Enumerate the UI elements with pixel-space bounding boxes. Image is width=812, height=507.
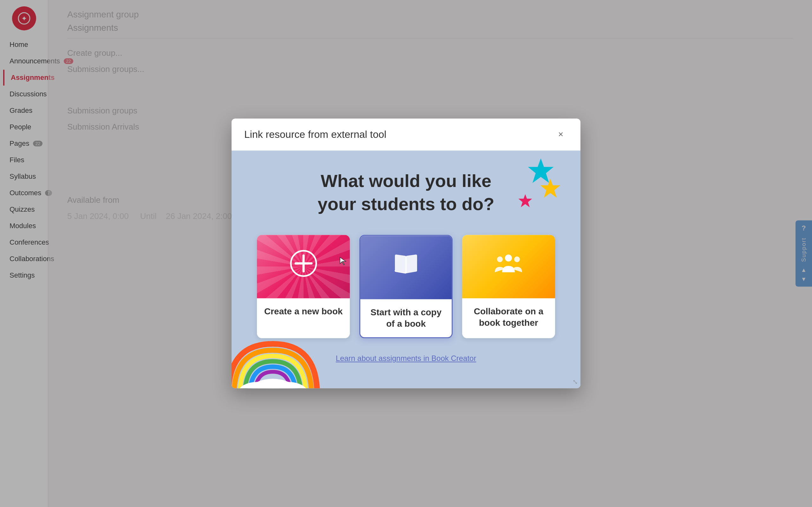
create-new-book-card-image (257, 235, 350, 298)
book-open-icon (392, 250, 420, 285)
people-group-icon (494, 251, 523, 281)
resize-handle[interactable]: ⤡ (572, 378, 578, 386)
modal-body: What would you like your students to do? (232, 151, 580, 388)
yellow-star-icon (539, 177, 561, 200)
stars-decoration (511, 157, 561, 211)
collaborate-label: Collaborate on a book together (462, 298, 555, 337)
plus-circle-icon (289, 249, 318, 284)
modal-dialog: Link resource from external tool × What … (232, 118, 580, 388)
svg-marker-4 (518, 194, 532, 207)
rainbow-decoration (232, 331, 314, 389)
modal-close-button[interactable]: × (554, 127, 568, 141)
svg-point-8 (505, 255, 512, 262)
copy-book-label: Start with a copy of a book (360, 299, 451, 337)
svg-point-9 (497, 257, 503, 262)
modal-heading: What would you like your students to do? (257, 170, 555, 216)
cards-container: Create a new book Start with a copy of a… (257, 235, 555, 338)
svg-point-10 (514, 257, 520, 262)
modal-title: Link resource from external tool (244, 129, 386, 140)
collaborate-card[interactable]: Collaborate on a book together (462, 235, 555, 338)
copy-book-card-image (360, 236, 451, 299)
modal-header: Link resource from external tool × (232, 118, 580, 151)
collaborate-card-image (462, 235, 555, 298)
create-new-book-card[interactable]: Create a new book (257, 235, 350, 338)
svg-marker-3 (541, 179, 560, 198)
pink-star-icon (518, 193, 533, 209)
create-new-book-label: Create a new book (257, 298, 350, 325)
copy-book-card[interactable]: Start with a copy of a book (359, 235, 452, 338)
